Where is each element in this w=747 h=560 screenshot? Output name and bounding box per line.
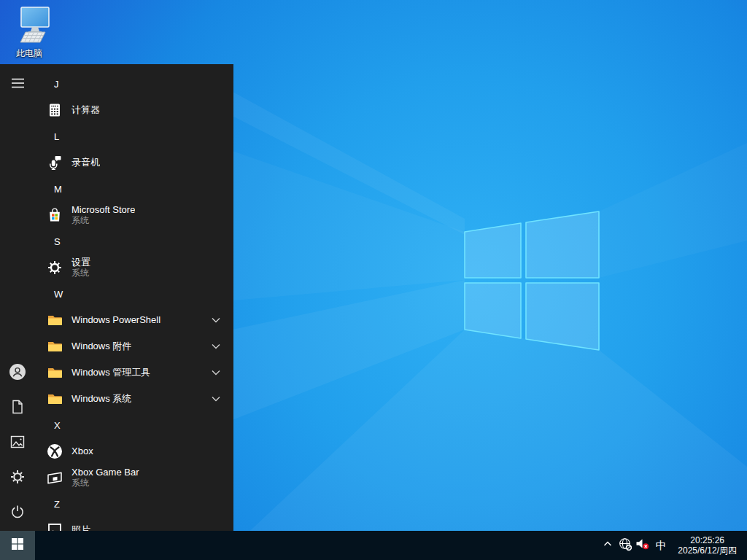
- rail-spacer: [0, 102, 35, 356]
- tray-volume-muted[interactable]: [634, 531, 651, 560]
- app-item[interactable]: Xbox Game Bar系统: [35, 464, 233, 491]
- section-letter: J: [54, 79, 59, 90]
- clock-time: 20:25:26: [690, 535, 724, 545]
- windows-logo-icon: [12, 538, 23, 553]
- app-item-text: Windows 系统: [71, 394, 131, 405]
- app-group-item[interactable]: Windows 管理工具: [35, 359, 233, 386]
- app-item-label: 照片: [71, 525, 90, 531]
- start-menu-rail: [0, 64, 35, 531]
- start-menu: J计算器L录音机MMicrosoft Store系统S设置系统WWindows …: [0, 64, 233, 531]
- taskbar: 中 20:25:26 2025/6/12/周四: [0, 531, 747, 560]
- app-item-text: Windows PowerShell: [71, 315, 160, 326]
- chevron-down-icon[interactable]: [212, 317, 220, 323]
- hidden-icons-chevron-icon: [603, 539, 613, 552]
- rail-button-hamburger-menu[interactable]: [0, 67, 35, 102]
- this-pc-computer-icon: [9, 34, 50, 46]
- app-item-label: Xbox: [71, 446, 93, 457]
- microsoft-store-icon: [44, 204, 66, 226]
- app-item-text: 设置系统: [71, 257, 90, 279]
- calculator-icon: [44, 99, 66, 121]
- app-item[interactable]: 计算器: [35, 97, 233, 123]
- app-item[interactable]: 照片: [35, 517, 233, 531]
- rail-button-documents[interactable]: [0, 391, 35, 426]
- app-item-label: 设置: [71, 257, 90, 268]
- power-icon: [10, 505, 25, 522]
- section-letter: W: [54, 289, 63, 300]
- app-group-item[interactable]: Windows 系统: [35, 386, 233, 412]
- input-method-indicator[interactable]: 中: [651, 531, 670, 560]
- app-item-text: Xbox Game Bar系统: [71, 467, 139, 489]
- app-item-label: Windows 管理工具: [71, 368, 150, 378]
- start-button[interactable]: [0, 531, 35, 560]
- app-item[interactable]: Microsoft Store系统: [35, 202, 233, 228]
- app-list-section-L[interactable]: L: [35, 123, 233, 149]
- section-letter: S: [54, 236, 61, 247]
- app-item-label: Windows 系统: [71, 394, 131, 405]
- app-item-label: Microsoft Store: [71, 205, 135, 216]
- voice-recorder-icon: [44, 152, 66, 174]
- clock-date: 2025/6/12/周四: [678, 545, 737, 556]
- settings-gear-icon: [44, 257, 66, 279]
- folder-icon: [44, 335, 66, 357]
- app-item-text: Windows 附件: [71, 341, 131, 352]
- app-list-section-M[interactable]: M: [35, 176, 233, 202]
- rail-button-settings[interactable]: [0, 461, 35, 496]
- section-letter: Z: [54, 499, 60, 510]
- rail-button-power[interactable]: [0, 496, 35, 531]
- desktop-icon-label: 此电脑: [6, 47, 53, 60]
- app-list-section-J[interactable]: J: [35, 71, 233, 97]
- documents-icon: [11, 400, 24, 417]
- rail-button-user-account[interactable]: [0, 356, 35, 391]
- app-item-label: 计算器: [71, 105, 100, 116]
- pictures-icon: [10, 435, 25, 451]
- app-item-label: 录音机: [71, 158, 100, 168]
- network-offline-globe-icon: [619, 537, 632, 554]
- app-item[interactable]: 设置系统: [35, 254, 233, 281]
- app-item-subtitle: 系统: [71, 268, 90, 279]
- taskbar-clock[interactable]: 20:25:26 2025/6/12/周四: [673, 531, 741, 560]
- app-group-item[interactable]: Windows PowerShell: [35, 307, 233, 333]
- photos-icon: [44, 519, 66, 531]
- app-list-section-X[interactable]: X: [35, 412, 233, 438]
- app-item[interactable]: 录音机: [35, 149, 233, 176]
- app-list-section-S[interactable]: S: [35, 228, 233, 254]
- app-item[interactable]: Xbox: [35, 438, 233, 464]
- folder-icon: [44, 309, 66, 331]
- app-list-section-W[interactable]: W: [35, 281, 233, 307]
- hamburger-menu-icon: [12, 78, 24, 91]
- app-item-text: 照片: [71, 525, 90, 531]
- settings-icon: [10, 470, 25, 487]
- rail-button-pictures[interactable]: [0, 426, 35, 461]
- app-item-text: Microsoft Store系统: [71, 205, 135, 226]
- desktop-icon-this-pc[interactable]: 此电脑: [6, 6, 53, 60]
- app-item-text: 录音机: [71, 158, 100, 168]
- xbox-game-bar-icon: [44, 467, 66, 489]
- start-menu-app-list: J计算器L录音机MMicrosoft Store系统S设置系统WWindows …: [35, 64, 233, 531]
- folder-icon: [44, 388, 66, 410]
- app-item-label: Windows PowerShell: [71, 315, 160, 326]
- app-item-label: Windows 附件: [71, 341, 131, 352]
- chevron-down-icon[interactable]: [212, 343, 220, 349]
- app-item-text: Windows 管理工具: [71, 368, 150, 378]
- app-group-item[interactable]: Windows 附件: [35, 333, 233, 359]
- app-list-section-Z[interactable]: Z: [35, 491, 233, 517]
- app-item-subtitle: 系统: [71, 216, 135, 226]
- app-item-text: Xbox: [71, 446, 93, 457]
- section-letter: M: [54, 184, 62, 195]
- folder-icon: [44, 362, 66, 384]
- chevron-down-icon[interactable]: [212, 370, 220, 376]
- volume-muted-icon: [635, 537, 650, 553]
- app-item-label: Xbox Game Bar: [71, 467, 139, 478]
- tray-hidden-icons-chevron[interactable]: [599, 531, 616, 560]
- section-letter: X: [54, 420, 61, 431]
- section-letter: L: [54, 131, 59, 142]
- chevron-down-icon[interactable]: [212, 396, 220, 402]
- system-tray: 中 20:25:26 2025/6/12/周四: [599, 531, 747, 560]
- app-item-subtitle: 系统: [71, 478, 139, 489]
- tray-network-offline-globe[interactable]: [616, 531, 634, 560]
- user-account-icon: [9, 364, 26, 383]
- xbox-icon: [44, 440, 66, 462]
- app-item-text: 计算器: [71, 105, 100, 116]
